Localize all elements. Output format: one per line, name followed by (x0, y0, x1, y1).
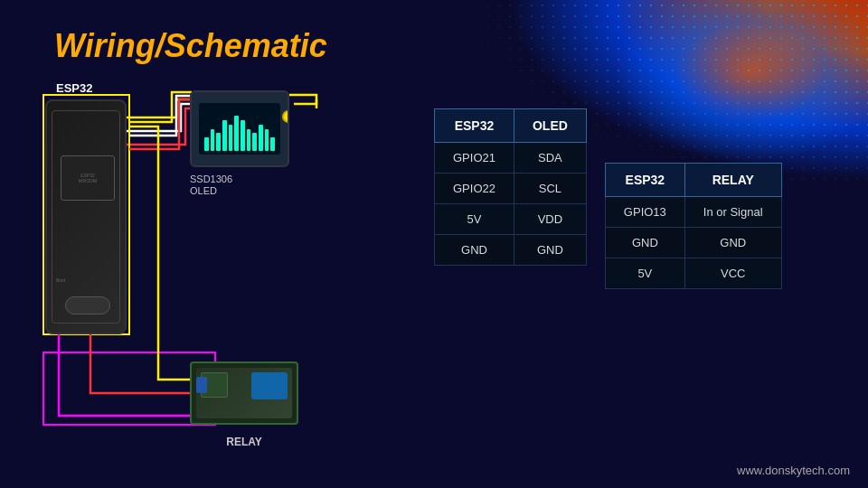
esp32-usb-port (65, 296, 110, 314)
esp32-left-pins (45, 119, 47, 318)
oled-table-header-oled: OLED (514, 109, 586, 143)
esp32-relay-table: ESP32 RELAY GPIO13 In or Signal GND GND … (605, 163, 782, 289)
esp32-right-pins (125, 119, 127, 318)
relay-row2-relay: GND (684, 228, 781, 258)
relay-connector-left (196, 377, 207, 393)
table-row: GND GND (435, 235, 587, 266)
oled-row2-oled: SCL (514, 174, 586, 204)
table-row: GND GND (605, 228, 781, 258)
relay-row2-esp32: GND (605, 228, 684, 258)
esp32-relay-table-container: ESP32 RELAY GPIO13 In or Signal GND GND … (605, 163, 782, 289)
oled-screen (199, 103, 280, 155)
esp32-oled-table: ESP32 OLED GPIO21 SDA GPIO22 SCL 5V VDD (434, 108, 587, 266)
table-row: 5V VDD (435, 204, 587, 235)
oled-bar-chart (199, 103, 280, 155)
table-row: GPIO21 SDA (435, 143, 587, 174)
oled-row1-esp32: GPIO21 (435, 143, 514, 174)
oled-table-header-esp32: ESP32 (435, 109, 514, 143)
esp32-chip: ESP32WROOM (61, 155, 115, 201)
oled-pins (201, 90, 278, 92)
oled-connector-dot (282, 110, 289, 123)
relay-inner (196, 368, 292, 418)
relay-module: RELAY (190, 361, 298, 425)
relay-row3-relay: VCC (684, 258, 781, 289)
relay-table-header-esp32: ESP32 (605, 164, 684, 197)
diagram-area: ESP32WROOM Boot (36, 72, 443, 434)
website-label: www.donskytech.com (737, 464, 850, 477)
oled-module (190, 90, 289, 167)
page-title: Wiring/Schematic (54, 27, 327, 65)
esp32-bootlabel: Boot (56, 277, 65, 283)
oled-row3-oled: VDD (514, 204, 586, 235)
oled-row2-esp32: GPIO22 (435, 174, 514, 204)
table-row: 5V VCC (605, 258, 781, 289)
esp32-label: ESP32 (56, 81, 92, 95)
oled-row1-oled: SDA (514, 143, 586, 174)
table-row: GPIO13 In or Signal (605, 197, 781, 228)
table-row: GPIO22 SCL (435, 174, 587, 204)
relay-row3-esp32: 5V (605, 258, 684, 289)
esp32-board: ESP32WROOM Boot (45, 99, 127, 334)
oled-row3-esp32: 5V (435, 204, 514, 235)
relay-label: RELAY (226, 436, 262, 448)
oled-row4-oled: GND (514, 235, 586, 266)
relay-row1-esp32: GPIO13 (605, 197, 684, 228)
esp32-oled-table-container: ESP32 OLED GPIO21 SDA GPIO22 SCL 5V VDD (434, 108, 587, 289)
relay-coil (251, 372, 288, 399)
tables-area: ESP32 OLED GPIO21 SDA GPIO22 SCL 5V VDD (434, 108, 782, 289)
oled-row4-esp32: GND (435, 235, 514, 266)
relay-table-header-relay: RELAY (684, 164, 781, 197)
relay-row1-relay: In or Signal (684, 197, 781, 228)
